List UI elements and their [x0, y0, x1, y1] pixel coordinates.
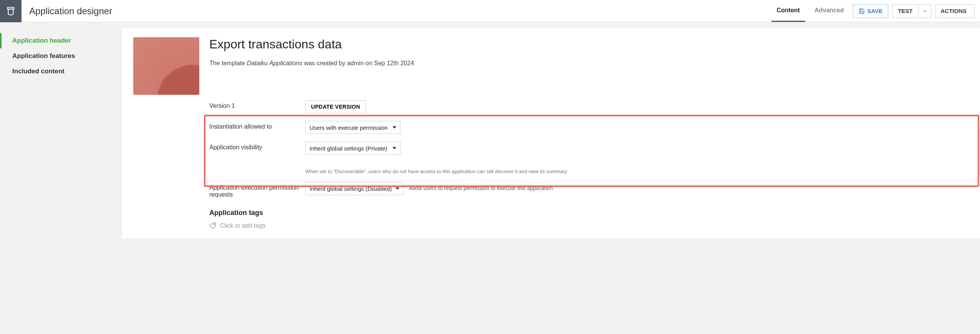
- select-instantiation-value: Users with execute permission: [310, 124, 387, 131]
- update-version-button[interactable]: UPDATE VERSION: [305, 100, 366, 113]
- main-panel: Export transactions data The template Da…: [121, 28, 980, 238]
- hint-visibility: When set to "Discoverable", users who do…: [305, 165, 567, 174]
- app-header-info: Export transactions data The template Da…: [209, 37, 968, 95]
- save-button[interactable]: SAVE: [853, 4, 888, 18]
- save-button-label: SAVE: [867, 8, 882, 14]
- app-title: Export transactions data: [209, 37, 968, 51]
- main-layout: Application header Application features …: [0, 22, 980, 238]
- actions-button[interactable]: ACTIONS: [935, 4, 975, 18]
- sidebar: Application header Application features …: [0, 22, 121, 238]
- row-instantiation: Instantiation allowed to Users with exec…: [209, 117, 968, 138]
- tags-section-title: Application tags: [209, 209, 968, 217]
- sidebar-item-included[interactable]: Included content: [0, 64, 121, 79]
- app-image[interactable]: [133, 37, 199, 95]
- caret-down-icon: [922, 9, 927, 13]
- select-visibility-value: Inherit global settings (Private): [310, 145, 387, 152]
- tag-icon: [209, 222, 216, 229]
- hint-execution: Allow users to request permission to exe…: [409, 182, 553, 191]
- select-visibility[interactable]: Inherit global settings (Private): [305, 142, 401, 155]
- save-icon: [859, 8, 865, 14]
- svg-rect-0: [7, 7, 14, 9]
- label-version: Version 1: [209, 100, 300, 109]
- subtitle-template-name: Dataiku Applications: [247, 60, 302, 66]
- sidebar-item-features[interactable]: Application features: [0, 48, 121, 64]
- sidebar-item-header[interactable]: Application header: [0, 33, 121, 48]
- subtitle-prefix: The template: [209, 60, 247, 66]
- form-area: Version 1 UPDATE VERSION Instantiation a…: [209, 96, 968, 229]
- row-execution: Application execution permission request…: [209, 178, 968, 202]
- label-visibility: Application visibility: [209, 142, 300, 151]
- actions-button-label: ACTIONS: [941, 8, 967, 14]
- test-dropdown-button[interactable]: [918, 4, 931, 18]
- label-instantiation: Instantiation allowed to: [209, 121, 300, 130]
- tab-advanced[interactable]: Advanced: [809, 0, 849, 22]
- app-header-row: Export transactions data The template Da…: [133, 37, 968, 95]
- test-button[interactable]: TEST: [892, 4, 918, 18]
- test-button-group: TEST: [892, 4, 931, 18]
- tags-row[interactable]: Click to add tags: [209, 222, 968, 229]
- row-visibility: Application visibility Inherit global se…: [209, 138, 968, 178]
- topbar: Application designer Content Advanced SA…: [0, 0, 980, 22]
- tags-placeholder: Click to add tags: [220, 222, 265, 229]
- select-execution-value: Inherit global settings (Disabled): [310, 185, 392, 192]
- row-version: Version 1 UPDATE VERSION: [209, 96, 968, 117]
- page-title: Application designer: [29, 6, 112, 17]
- subtitle-suffix: was created by admin on Sep 12th 2024: [302, 60, 414, 66]
- select-execution[interactable]: Inherit global settings (Disabled): [305, 182, 404, 195]
- svg-point-1: [214, 224, 215, 225]
- label-execution: Application execution permission request…: [209, 182, 300, 198]
- topbar-actions: Content Advanced SAVE TEST ACTIONS: [771, 0, 980, 22]
- app-designer-icon[interactable]: [0, 0, 22, 22]
- select-instantiation[interactable]: Users with execute permission: [305, 121, 401, 134]
- tab-content[interactable]: Content: [771, 0, 805, 22]
- app-subtitle: The template Dataiku Applications was cr…: [209, 60, 968, 67]
